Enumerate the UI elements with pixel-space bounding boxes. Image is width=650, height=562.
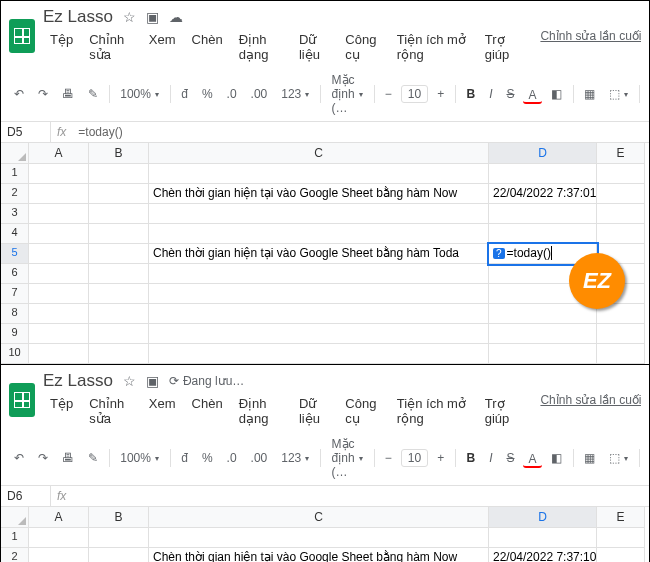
- row-1[interactable]: 1: [1, 528, 29, 548]
- merge-icon[interactable]: ⬚: [604, 84, 633, 104]
- zoom-dropdown[interactable]: 100%: [115, 448, 164, 468]
- row-2[interactable]: 2: [1, 548, 29, 562]
- dec-less-button[interactable]: .0: [222, 448, 242, 468]
- undo-icon[interactable]: ↶: [9, 448, 29, 468]
- menu-view[interactable]: Xem: [142, 393, 183, 429]
- paintformat-icon[interactable]: ✎: [83, 448, 103, 468]
- row-1[interactable]: 1: [1, 164, 29, 184]
- font-dropdown[interactable]: Mặc định (…: [327, 70, 368, 118]
- formula-input[interactable]: [72, 122, 649, 142]
- redo-icon[interactable]: ↷: [33, 84, 53, 104]
- menu-help[interactable]: Trợ giúp: [478, 393, 527, 429]
- numfmt-button[interactable]: 123: [276, 448, 314, 468]
- selectall-corner[interactable]: [1, 507, 29, 528]
- last-edit-link[interactable]: Chỉnh sửa lần cuối vài giâ: [540, 393, 641, 429]
- currency-button[interactable]: đ: [176, 84, 193, 104]
- dec-less-button[interactable]: .0: [222, 84, 242, 104]
- menu-insert[interactable]: Chèn: [185, 29, 230, 65]
- textcolor-button[interactable]: A: [523, 449, 541, 468]
- namebox[interactable]: D5: [1, 122, 51, 142]
- menu-view[interactable]: Xem: [142, 29, 183, 65]
- row-6[interactable]: 6: [1, 264, 29, 284]
- menu-data[interactable]: Dữ liệu: [292, 29, 336, 65]
- print-icon[interactable]: 🖶: [57, 448, 79, 468]
- textcolor-button[interactable]: A: [523, 85, 541, 104]
- cell-D2[interactable]: 22/04/2022 7:37:10: [489, 548, 597, 562]
- menu-file[interactable]: Tệp: [43, 393, 80, 429]
- italic-button[interactable]: I: [484, 448, 497, 468]
- star-icon[interactable]: ☆: [123, 9, 136, 25]
- sheets-logo[interactable]: [9, 19, 35, 53]
- menu-tools[interactable]: Công cụ: [338, 393, 388, 429]
- menu-insert[interactable]: Chèn: [185, 393, 230, 429]
- row-3[interactable]: 3: [1, 204, 29, 224]
- doc-title[interactable]: Ez Lasso: [43, 7, 113, 27]
- col-D[interactable]: D: [489, 507, 597, 528]
- row-2[interactable]: 2: [1, 184, 29, 204]
- row-10[interactable]: 10: [1, 344, 29, 364]
- col-A[interactable]: A: [29, 507, 89, 528]
- spreadsheet-grid[interactable]: A B C D E 1 2Chèn thời gian hiện tại vào…: [1, 507, 649, 562]
- paintformat-icon[interactable]: ✎: [83, 84, 103, 104]
- menu-help[interactable]: Trợ giúp: [478, 29, 527, 65]
- dec-more-button[interactable]: .00: [246, 84, 273, 104]
- menu-edit[interactable]: Chỉnh sửa: [82, 393, 140, 429]
- menu-data[interactable]: Dữ liệu: [292, 393, 336, 429]
- selectall-corner[interactable]: [1, 143, 29, 164]
- row-5[interactable]: 5: [1, 244, 29, 264]
- percent-button[interactable]: %: [197, 448, 218, 468]
- strike-button[interactable]: S: [501, 84, 519, 104]
- last-edit-link[interactable]: Chỉnh sửa lần cuối vài giâ: [540, 29, 641, 65]
- col-B[interactable]: B: [89, 507, 149, 528]
- numfmt-button[interactable]: 123: [276, 84, 314, 104]
- cloud-icon[interactable]: ☁: [169, 9, 183, 25]
- sheets-logo[interactable]: [9, 383, 35, 417]
- fontsize-value[interactable]: 10: [401, 449, 428, 467]
- col-C[interactable]: C: [149, 507, 489, 528]
- merge-icon[interactable]: ⬚: [604, 448, 633, 468]
- row-9[interactable]: 9: [1, 324, 29, 344]
- cell-C2[interactable]: Chèn thời gian hiện tại vào Google Sheet…: [149, 184, 489, 204]
- undo-icon[interactable]: ↶: [9, 84, 29, 104]
- move-icon[interactable]: ▣: [146, 373, 159, 389]
- formula-input[interactable]: [72, 486, 649, 506]
- zoom-dropdown[interactable]: 100%: [115, 84, 164, 104]
- col-E[interactable]: E: [597, 507, 645, 528]
- menu-extensions[interactable]: Tiện ích mở rộng: [390, 29, 476, 65]
- col-D[interactable]: D: [489, 143, 597, 164]
- dec-more-button[interactable]: .00: [246, 448, 273, 468]
- fontsize-dec[interactable]: −: [380, 448, 397, 468]
- fillcolor-icon[interactable]: ◧: [546, 84, 567, 104]
- fontsize-dec[interactable]: −: [380, 84, 397, 104]
- fontsize-inc[interactable]: +: [432, 84, 449, 104]
- cell-C2[interactable]: Chèn thời gian hiện tại vào Google Sheet…: [149, 548, 489, 562]
- font-dropdown[interactable]: Mặc định (…: [327, 434, 368, 482]
- menu-edit[interactable]: Chỉnh sửa: [82, 29, 140, 65]
- row-7[interactable]: 7: [1, 284, 29, 304]
- fontsize-value[interactable]: 10: [401, 85, 428, 103]
- col-B[interactable]: B: [89, 143, 149, 164]
- print-icon[interactable]: 🖶: [57, 84, 79, 104]
- menu-file[interactable]: Tệp: [43, 29, 80, 65]
- menu-extensions[interactable]: Tiện ích mở rộng: [390, 393, 476, 429]
- col-A[interactable]: A: [29, 143, 89, 164]
- col-C[interactable]: C: [149, 143, 489, 164]
- doc-title[interactable]: Ez Lasso: [43, 371, 113, 391]
- cell-C5[interactable]: Chèn thời gian hiện tại vào Google Sheet…: [149, 244, 489, 264]
- menu-format[interactable]: Định dạng: [232, 29, 290, 65]
- bold-button[interactable]: B: [461, 84, 480, 104]
- fillcolor-icon[interactable]: ◧: [546, 448, 567, 468]
- menu-format[interactable]: Định dạng: [232, 393, 290, 429]
- star-icon[interactable]: ☆: [123, 373, 136, 389]
- percent-button[interactable]: %: [197, 84, 218, 104]
- currency-button[interactable]: đ: [176, 448, 193, 468]
- spreadsheet-grid[interactable]: A B C D E 1 2Chèn thời gian hiện tại vào…: [1, 143, 649, 364]
- strike-button[interactable]: S: [501, 448, 519, 468]
- cell-D2[interactable]: 22/04/2022 7:37:01: [489, 184, 597, 204]
- col-E[interactable]: E: [597, 143, 645, 164]
- row-4[interactable]: 4: [1, 224, 29, 244]
- borders-icon[interactable]: ▦: [579, 84, 600, 104]
- namebox[interactable]: D6: [1, 486, 51, 506]
- move-icon[interactable]: ▣: [146, 9, 159, 25]
- fontsize-inc[interactable]: +: [432, 448, 449, 468]
